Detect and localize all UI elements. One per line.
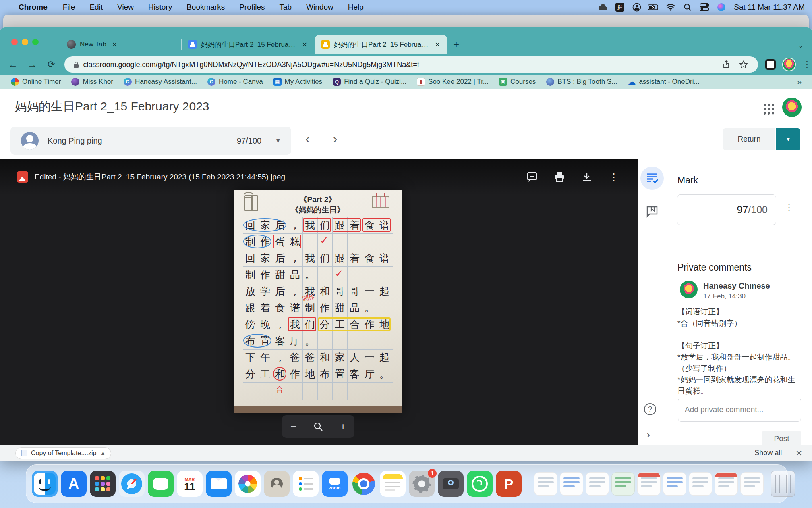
- google-apps-grid-icon[interactable]: [763, 103, 775, 115]
- download-icon[interactable]: [582, 172, 592, 182]
- tab-search-caret-icon[interactable]: ⌄: [798, 42, 803, 49]
- dock-app-finder[interactable]: [32, 471, 58, 497]
- help-button[interactable]: ?: [644, 403, 656, 415]
- menu-item-profiles[interactable]: Profiles: [232, 3, 272, 12]
- back-button[interactable]: ←: [8, 59, 18, 70]
- bookmark-home-canva[interactable]: CHome - Canva: [202, 78, 268, 86]
- private-comment-input[interactable]: [678, 398, 801, 422]
- new-tab-button[interactable]: +: [447, 37, 465, 52]
- bookmark-find-a-quiz-quizi-[interactable]: QFind a Quiz - Quizi...: [327, 78, 412, 86]
- address-bar[interactable]: classroom.google.com/g/tg/NTgxMTg0NDMxNz…: [64, 56, 758, 73]
- bookmark-haneasy-assistant-[interactable]: CHaneasy Assistant...: [118, 78, 202, 86]
- share-icon[interactable]: [723, 60, 730, 69]
- dock-file-8[interactable]: [715, 472, 738, 496]
- menu-item-help[interactable]: Help: [341, 3, 371, 12]
- collapse-panel-chevron[interactable]: ›: [646, 428, 650, 441]
- dock-app-launchpad[interactable]: [90, 471, 116, 497]
- zoom-in-icon[interactable]: +: [340, 421, 346, 433]
- browser-tab[interactable]: New Tab✕: [60, 35, 181, 54]
- dock-file-5[interactable]: [637, 472, 661, 496]
- minimize-window-button[interactable]: [22, 39, 28, 45]
- battery-charging-icon[interactable]: [647, 2, 661, 12]
- forward-button[interactable]: →: [27, 59, 37, 70]
- bookmark-miss-khor[interactable]: Miss Khor: [66, 78, 118, 86]
- grade-input[interactable]: 97/100: [677, 194, 776, 225]
- tab-close-icon[interactable]: ✕: [300, 40, 309, 49]
- onedrive-cloud-icon[interactable]: [596, 2, 610, 12]
- bookmark-my-activities[interactable]: ▦My Activities: [268, 78, 328, 86]
- account-avatar[interactable]: [782, 98, 802, 117]
- zoom-reset-icon[interactable]: [313, 422, 323, 431]
- dock-app-photos[interactable]: [235, 471, 261, 497]
- download-chevron-icon[interactable]: ▲: [100, 450, 105, 456]
- grade-value[interactable]: 97: [737, 204, 748, 216]
- siri-icon[interactable]: [715, 2, 728, 12]
- trash-icon[interactable]: [771, 471, 795, 497]
- menu-item-window[interactable]: Window: [299, 3, 341, 12]
- menu-item-file[interactable]: File: [56, 3, 83, 12]
- dock-app-powerpoint[interactable]: P: [496, 471, 522, 497]
- wifi-icon[interactable]: [664, 2, 677, 12]
- dock-file-2[interactable]: [560, 472, 583, 496]
- dock-file-7[interactable]: [689, 472, 712, 496]
- menu-item-view[interactable]: View: [110, 3, 141, 12]
- dock-file-6[interactable]: [663, 472, 686, 496]
- menu-item-bookmarks[interactable]: Bookmarks: [179, 3, 232, 12]
- browser-tab-active[interactable]: 妈妈的生日Part 2_15 February 2✕: [315, 35, 447, 54]
- menu-item-history[interactable]: History: [141, 3, 179, 12]
- return-button[interactable]: Return: [723, 128, 775, 150]
- dock-app-zoom[interactable]: zoom: [322, 471, 348, 497]
- dock-app-chrome[interactable]: [351, 471, 377, 497]
- close-window-button[interactable]: [11, 39, 18, 45]
- reload-button[interactable]: ⟳: [48, 59, 55, 70]
- grade-more-icon[interactable]: ⋮: [785, 202, 793, 213]
- bookmark-assistant-onedri-[interactable]: ☁assistant - OneDri...: [622, 78, 704, 86]
- dock-file-1[interactable]: [534, 472, 557, 496]
- dock-app-calendar[interactable]: MAR11: [177, 471, 203, 497]
- bookmark-soo-kee-2022-tr-[interactable]: ▮Soo Kee 2022 | Tr...: [412, 78, 494, 86]
- dock-app-mail[interactable]: [206, 471, 232, 497]
- chrome-menu-icon[interactable]: ⋮: [802, 59, 812, 70]
- dock-app-messages[interactable]: [148, 471, 174, 497]
- dock-app-reminders[interactable]: [293, 471, 319, 497]
- dock-app-safari[interactable]: [119, 471, 145, 497]
- dock-file-3[interactable]: [586, 472, 609, 496]
- url-text[interactable]: classroom.google.com/g/tg/NTgxMTg0NDMxNz…: [83, 60, 718, 69]
- dock-app-whatsapp[interactable]: [467, 471, 493, 497]
- dock-file-4[interactable]: [611, 472, 635, 496]
- next-student-button[interactable]: ›: [333, 131, 337, 146]
- dock-app-notes[interactable]: [380, 471, 406, 497]
- dock-app-contacts[interactable]: [264, 471, 290, 497]
- dock-app-app-store[interactable]: A: [61, 471, 87, 497]
- show-all-button[interactable]: Show all: [754, 449, 782, 457]
- student-dropdown-caret-icon[interactable]: ▼: [275, 137, 281, 144]
- traffic-lights[interactable]: [11, 39, 39, 45]
- dock-app-camera[interactable]: [438, 471, 464, 497]
- viewer-more-icon[interactable]: ⋮: [609, 171, 619, 183]
- add-comment-icon[interactable]: [527, 172, 537, 182]
- previous-student-button[interactable]: ‹: [305, 131, 310, 146]
- menu-item-edit[interactable]: Edit: [82, 3, 110, 12]
- grading-tab-active[interactable]: [640, 167, 664, 190]
- comment-bank-tab[interactable]: [646, 206, 658, 219]
- sidebar-extension-icon[interactable]: [765, 59, 776, 70]
- dock-app-settings[interactable]: 1: [409, 471, 435, 497]
- bookmark-courses[interactable]: ▣Courses: [494, 78, 541, 86]
- bookmark-star-icon[interactable]: [740, 60, 748, 69]
- tab-close-icon[interactable]: ✕: [433, 40, 442, 49]
- menu-clock[interactable]: Sat 11 Mar 11:37 AM: [734, 3, 805, 12]
- bookmark-bts-big-tooth-s-[interactable]: BTS : Big Tooth S...: [541, 78, 622, 86]
- post-button[interactable]: Post: [762, 431, 801, 446]
- user-icon[interactable]: [630, 2, 644, 12]
- menu-item-tab[interactable]: Tab: [272, 3, 299, 12]
- pinyin-input-icon[interactable]: 拼: [613, 2, 627, 12]
- student-work-photo[interactable]: 《Part 2》 《妈妈的生日》 回家后，我们跟着食谱制作蛋糕✓回家后,我们跟着…: [234, 190, 402, 413]
- return-dropdown-button[interactable]: ▼: [776, 128, 800, 150]
- control-center-icon[interactable]: [698, 2, 711, 12]
- downloads-close-icon[interactable]: ✕: [795, 448, 802, 458]
- print-icon[interactable]: [554, 172, 565, 182]
- dock-file-9[interactable]: [740, 472, 764, 496]
- profile-avatar[interactable]: [782, 58, 796, 71]
- student-selector[interactable]: Kong Ping ping 97/100 ▼: [10, 127, 291, 155]
- spotlight-search-icon[interactable]: [681, 2, 694, 12]
